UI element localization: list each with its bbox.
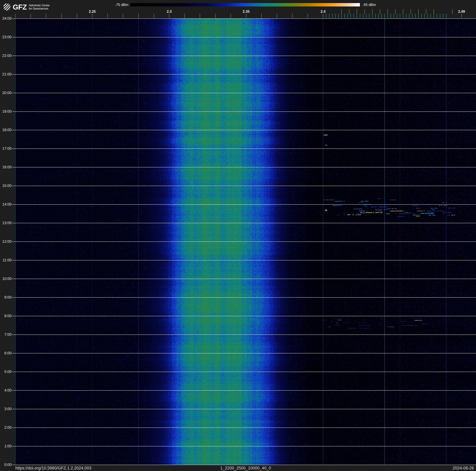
freq-tick-minor (246, 14, 246, 18)
ble-channel-tick (344, 14, 345, 18)
freq-axis-label: 2.25 (89, 10, 96, 14)
ble-channel-tick (431, 14, 431, 18)
footer-dataset-name: 1_2200_2500_10000_40_0 (8, 466, 476, 471)
hour-gridline (12, 111, 476, 112)
wifi-channel-tick (380, 9, 380, 14)
hour-gridline (12, 297, 476, 298)
wifi-channel-tick (388, 9, 388, 14)
hour-gridline (12, 428, 476, 428)
freq-tick-minor (292, 14, 292, 18)
freq-tick-minor (123, 14, 123, 18)
freq-tick-minor (92, 14, 92, 18)
freq-tick-minor (261, 14, 262, 18)
time-axis-label: 14:00 (0, 202, 12, 206)
hour-gridline (12, 465, 476, 465)
time-axis-label: 4:00 (0, 388, 12, 392)
freq-tick-minor (307, 14, 308, 18)
ble-channel-tick (366, 14, 366, 18)
ble-channel-tick (443, 14, 443, 18)
ble-channel-tick (403, 14, 403, 18)
freq-axis-label: 2.3 (167, 10, 172, 14)
time-axis-label: 2:00 (0, 425, 12, 430)
ble-channel-tick (415, 14, 415, 18)
freq-tick-minor (231, 14, 231, 18)
freq-tick-minor (184, 14, 185, 18)
freq-tick-minor (107, 14, 108, 18)
hour-gridline (12, 167, 476, 167)
hour-gridline (12, 130, 476, 130)
gfz-logo-subtitle-line1: Helmholtz Centre (29, 4, 50, 7)
time-axis-label: 23:00 (0, 35, 12, 39)
hour-gridline (12, 186, 476, 186)
freq-axis-label: 2.4 (321, 10, 325, 14)
wifi-channel-tick (395, 9, 395, 14)
freq-tick-minor (169, 14, 169, 18)
ble-channel-tick (335, 14, 336, 18)
time-axis-label: 24:00 (0, 16, 12, 21)
time-axis-label: 3:00 (0, 407, 12, 411)
ble-channel-tick (427, 14, 428, 18)
ble-channel-tick (378, 14, 379, 18)
wifi-channel-tick (434, 9, 434, 14)
ble-channel-tick (341, 14, 342, 18)
ble-channel-tick (406, 14, 406, 18)
ble-channel-tick (326, 14, 326, 18)
gfz-logo-brand: GFZ (13, 3, 27, 11)
freq-tick-minor (461, 14, 462, 18)
wifi-channel-tick (357, 9, 357, 14)
wifi-channel-tick (418, 9, 419, 14)
freq-tick-minor (61, 14, 62, 18)
colorbar-max-label: -55 dBm (362, 3, 376, 7)
wifi-channel-tick (341, 9, 342, 14)
freq-axis-label: 2.35 (243, 10, 250, 14)
gfz-logo-subtitle-line2: for Geosciences (29, 7, 50, 10)
hour-gridline (12, 93, 476, 93)
time-axis-label: 16:00 (0, 165, 12, 169)
hour-gridline (12, 446, 476, 446)
hour-gridline (12, 241, 476, 242)
time-axis-label: 17:00 (0, 146, 12, 151)
freq-tick-minor (31, 14, 31, 18)
ble-channel-tick (375, 14, 375, 18)
hour-gridline (12, 74, 476, 74)
time-axis-label: 22:00 (0, 54, 12, 58)
time-axis-label: 6:00 (0, 351, 12, 355)
hour-gridline (12, 56, 476, 56)
ble-channel-tick (385, 14, 385, 18)
ble-channel-tick (354, 14, 354, 18)
ble-channel-tick (360, 14, 360, 18)
ble-channel-tick (391, 14, 391, 18)
time-axis-label: 13:00 (0, 221, 12, 225)
freq-tick-minor (15, 14, 16, 18)
ble-channel-tick (388, 14, 388, 18)
time-axis-label: 8:00 (0, 314, 12, 318)
ble-channel-tick (369, 14, 369, 18)
wifi-channel-tick (372, 9, 373, 14)
hour-gridline (12, 390, 476, 391)
time-axis-label: 18:00 (0, 128, 12, 132)
time-axis-label: 21:00 (0, 72, 12, 76)
freq-tick-minor (277, 14, 277, 18)
hour-gridline (12, 18, 476, 19)
hour-gridline (12, 279, 476, 279)
wifi-channel-tick (411, 9, 411, 14)
hour-gridline (12, 409, 476, 409)
freq-tick-minor (200, 14, 200, 18)
ble-channel-tick (425, 14, 425, 18)
ble-channel-tick (397, 14, 397, 18)
hour-gridline (12, 37, 476, 37)
ble-channel-tick (372, 14, 373, 18)
ble-channel-tick (351, 14, 351, 18)
ble-channel-tick (434, 14, 434, 18)
hour-gridline (12, 316, 476, 316)
gfz-logo-icon (3, 3, 11, 11)
time-axis-label: 11:00 (0, 258, 12, 262)
ble-channel-tick (332, 14, 332, 18)
wifi-channel-tick (349, 9, 349, 14)
wifi-channel-tick (403, 9, 403, 14)
time-axis-label: 12:00 (0, 239, 12, 244)
wifi-channel-tick (365, 9, 365, 14)
ble-channel-tick (329, 14, 329, 18)
time-axis-label: 15:00 (0, 183, 12, 188)
time-axis-label: 10:00 (0, 276, 12, 281)
